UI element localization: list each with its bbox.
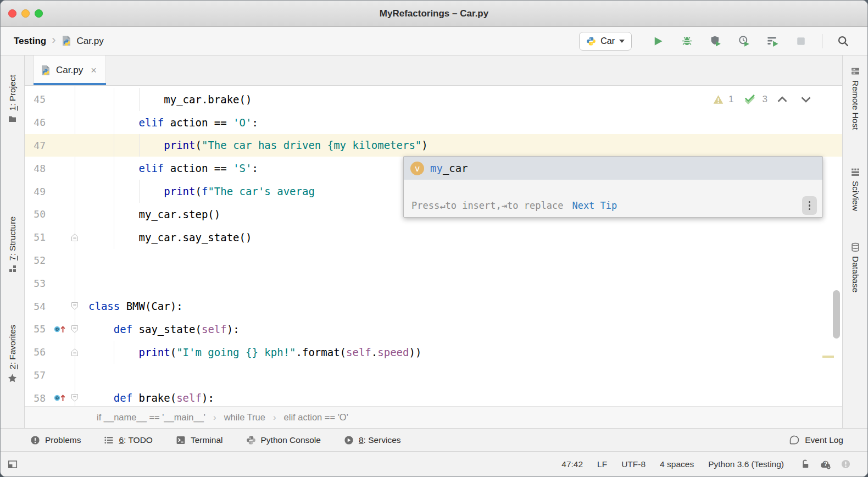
indent-guide: [139, 180, 140, 203]
label: 2: Favorites: [8, 325, 18, 369]
chevron-up-icon[interactable]: [777, 95, 788, 104]
editor-line-54[interactable]: 54class BMW(Car):: [25, 295, 842, 318]
status-python-3-6-testing[interactable]: Python 3.6 (Testing): [708, 459, 784, 469]
tool-window-button-python-console[interactable]: Python Console: [246, 435, 321, 445]
editor-line-47[interactable]: 47 print("The car has driven {my kilomet…: [25, 134, 842, 157]
close-tab-icon[interactable]: ×: [91, 65, 97, 75]
inspection-profile-icon[interactable]: [841, 459, 851, 469]
bottom-tool-window-bar: Problems6: TODOTerminalPython Console8: …: [1, 428, 867, 451]
stop-button[interactable]: [794, 34, 808, 48]
completion-item-my-car[interactable]: v my_car: [404, 157, 822, 180]
folder-icon: [8, 114, 17, 124]
tab-key-icon: ⇥: [502, 200, 507, 211]
label: Terminal: [191, 435, 223, 445]
next-tip-link[interactable]: Next Tip: [572, 200, 617, 211]
debug-button[interactable]: [680, 34, 694, 48]
fold-marker-end-icon[interactable]: [70, 233, 79, 242]
completion-item-text: my_car: [430, 162, 468, 174]
editor-line-52[interactable]: 52: [25, 249, 842, 272]
lock-unlocked-icon[interactable]: [800, 459, 811, 469]
toggle-tool-window-bars-button[interactable]: [7, 459, 18, 470]
line-number: 51: [25, 231, 53, 243]
line-number: 45: [25, 93, 53, 105]
tool-window-button-problems[interactable]: Problems: [30, 435, 81, 445]
status-4-spaces[interactable]: 4 spaces: [660, 459, 694, 469]
status-bar: 47:42LFUTF-84 spacesPython 3.6 (Testing)…: [1, 451, 867, 476]
status-utf-8[interactable]: UTF-8: [621, 459, 646, 469]
tool-window-button-remote-host[interactable]: Remote Host: [843, 66, 867, 130]
fold-marker-expanded-icon[interactable]: [70, 325, 79, 334]
editor-line-55[interactable]: 55 def say_state(self):: [25, 318, 842, 341]
warning-icon: [713, 95, 724, 104]
indent-guide: [114, 111, 114, 134]
profile-button[interactable]: [737, 34, 751, 48]
breadcrumb-0[interactable]: if __name__ == '__main__': [97, 412, 205, 423]
tool-window-button-8-services[interactable]: 8: Services: [344, 435, 401, 445]
label: Problems: [45, 435, 81, 445]
run-configuration-select[interactable]: Car: [579, 32, 632, 51]
breadcrumb-1[interactable]: while True: [224, 412, 265, 423]
minimize-window-button[interactable]: [21, 9, 30, 18]
fold-marker-end-icon[interactable]: [70, 348, 79, 357]
editor-tab-bar: Car.py ×: [25, 56, 842, 86]
editor-line-57[interactable]: 57: [25, 364, 842, 387]
override-icon[interactable]: [53, 324, 66, 334]
label: SciView: [850, 181, 860, 211]
run-button[interactable]: [651, 34, 665, 48]
line-number: 52: [25, 254, 53, 266]
breadcrumb-2[interactable]: elif action == 'O': [284, 412, 348, 423]
editor-line-56[interactable]: 56 print("I'm going {} kph!".format(self…: [25, 341, 842, 364]
tool-window-button-database[interactable]: Database: [843, 242, 867, 292]
breadcrumb-file[interactable]: Car.py: [77, 36, 104, 47]
event-log-icon: [789, 435, 800, 446]
override-icon[interactable]: [53, 393, 66, 403]
fold-marker-expanded-icon[interactable]: [70, 393, 79, 402]
warning-stripe-mark[interactable]: [822, 356, 834, 358]
run-with-coverage-button[interactable]: [708, 34, 722, 48]
indent-guide: [114, 226, 114, 249]
traffic-lights: [8, 1, 43, 26]
tool-window-button-sciview[interactable]: SciView: [843, 167, 867, 211]
indent-guide: [114, 180, 114, 203]
popup-menu-button[interactable]: [802, 196, 817, 215]
editor-scrollbar[interactable]: [833, 290, 840, 339]
cloud-settings-icon[interactable]: ?: [819, 459, 832, 470]
breadcrumb-project[interactable]: Testing: [14, 36, 46, 47]
python-logo-icon: [586, 36, 596, 46]
editor-line-58[interactable]: 58 def brake(self):: [25, 386, 842, 406]
right-tool-window-bar: Remote HostSciViewDatabase: [842, 56, 867, 428]
status-lf[interactable]: LF: [597, 459, 607, 469]
fold-marker-expanded-icon[interactable]: [70, 302, 79, 310]
inspections-widget[interactable]: 1 3: [713, 93, 811, 106]
tool-window-button-terminal[interactable]: Terminal: [176, 435, 223, 445]
tool-window-button-event-log[interactable]: Event Log: [789, 435, 843, 446]
code-text: my_car.say_state(): [82, 231, 252, 243]
tab-car-py[interactable]: Car.py ×: [34, 56, 106, 85]
code-editor[interactable]: 45 my_car.brake()46 elif action == 'O':4…: [25, 86, 842, 406]
concurrency-diagram-button[interactable]: [765, 34, 780, 48]
code-text: my_car.step(): [82, 208, 220, 220]
zoom-window-button[interactable]: [35, 9, 43, 18]
database-icon: [850, 242, 860, 252]
code-text: def brake(self):: [82, 392, 214, 404]
tool-window-button-2-favorites[interactable]: 2: Favorites: [1, 325, 24, 384]
code-text: def say_state(self):: [82, 323, 240, 335]
chevron-down-icon[interactable]: [800, 95, 811, 104]
tool-window-button-6-todo[interactable]: 6: TODO: [104, 435, 152, 445]
tool-window-button-7-structure[interactable]: 7: Structure: [1, 217, 24, 273]
chevron-separator-icon: ›: [52, 34, 55, 46]
navigation-bar: Testing › Car.py: [14, 35, 104, 47]
indent-guide: [114, 134, 114, 157]
tool-window-button-1-project[interactable]: 1: Project: [1, 75, 24, 124]
code-text: class BMW(Car):: [82, 300, 183, 312]
line-number: 50: [25, 208, 53, 220]
code-text: elif action == 'O':: [82, 117, 258, 129]
close-window-button[interactable]: [8, 9, 16, 18]
label: 8: Services: [359, 435, 401, 445]
editor-line-53[interactable]: 53: [25, 271, 842, 295]
search-everywhere-button[interactable]: [836, 34, 850, 48]
editor-line-46[interactable]: 46 elif action == 'O':: [25, 111, 842, 134]
editor-line-51[interactable]: 51 my_car.say_state(): [25, 226, 842, 249]
svg-text:?: ?: [824, 461, 827, 467]
status-47-42[interactable]: 47:42: [561, 459, 583, 469]
